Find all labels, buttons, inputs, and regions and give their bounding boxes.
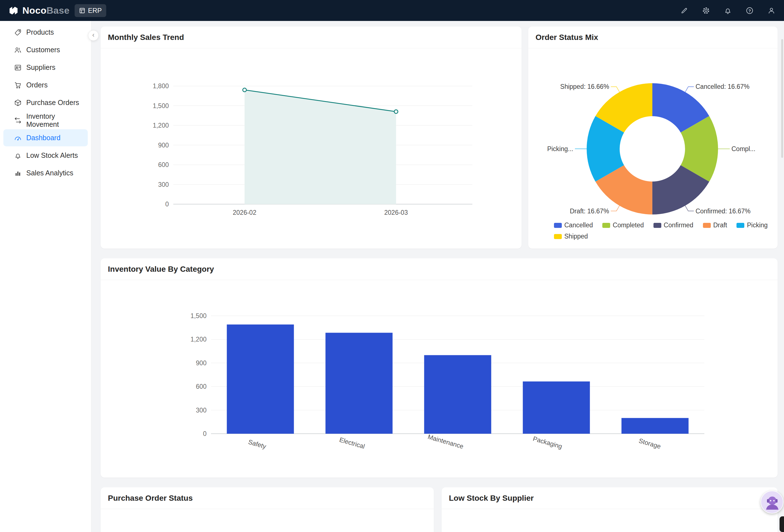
card-title-purchase-order-status: Purchase Order Status — [108, 494, 193, 503]
purchase-order-status-chart — [101, 509, 434, 532]
sidebar-item-dashboard[interactable]: Dashboard — [3, 129, 88, 146]
sidebar-item-customers[interactable]: Customers — [3, 41, 88, 58]
legend-marker — [602, 223, 610, 228]
card-order-status-mix: Order Status Mix Cancelled: 16.67%Compl.… — [528, 27, 778, 248]
legend-marker — [736, 223, 744, 228]
legend-label: Completed — [613, 221, 644, 229]
svg-text:Packaging: Packaging — [532, 435, 563, 450]
card-header: Inventory Value By Category — [101, 258, 778, 280]
legend-item-cancelled[interactable]: Cancelled — [554, 221, 593, 229]
svg-text:1,200: 1,200 — [152, 122, 169, 129]
legend-label: Draft — [713, 221, 727, 229]
workspace-tab-label: ERP — [88, 7, 102, 14]
svg-text:1,500: 1,500 — [190, 312, 206, 320]
svg-text:2026-02: 2026-02 — [233, 209, 256, 216]
svg-text:Confirmed: 16.67%: Confirmed: 16.67% — [695, 207, 751, 215]
bell-icon — [14, 152, 22, 159]
svg-text:Cancelled: 16.67%: Cancelled: 16.67% — [696, 83, 750, 90]
sidebar-item-label: Sales Analytics — [26, 169, 73, 177]
svg-text:Picking...: Picking... — [547, 145, 573, 152]
legend-label: Shipped — [564, 233, 588, 240]
brand-text: NocoBase — [22, 5, 69, 16]
legend-row: Shipped — [554, 233, 778, 240]
svg-text:900: 900 — [158, 142, 169, 149]
user-profile-icon[interactable] — [767, 6, 776, 15]
legend-marker — [653, 223, 661, 228]
legend-item-completed[interactable]: Completed — [602, 221, 644, 229]
help-icon[interactable]: ? — [746, 6, 754, 15]
app-header: NocoBase ERP — [0, 0, 784, 21]
legend-label: Cancelled — [564, 221, 593, 229]
sidebar-item-label: Dashboard — [26, 134, 60, 142]
corner-popup-edge — [780, 516, 784, 532]
legend-marker — [554, 223, 562, 228]
card-title-order-status-mix: Order Status Mix — [535, 33, 598, 42]
legend-item-picking[interactable]: Picking — [736, 221, 767, 229]
workspace-icon — [79, 7, 85, 14]
svg-text:0: 0 — [165, 201, 169, 208]
card-title-low-stock-by-supplier: Low Stock By Supplier — [449, 494, 534, 503]
card-monthly-sales-trend: Monthly Sales Trend 03006009001,2001,500… — [101, 27, 522, 248]
bar-chart-icon — [14, 169, 22, 177]
svg-text:2026-03: 2026-03 — [384, 209, 408, 216]
legend-marker — [554, 234, 562, 239]
sidebar-item-label: Orders — [26, 81, 48, 89]
sidebar-item-label: Customers — [26, 46, 60, 54]
svg-text:Maintenance: Maintenance — [427, 433, 465, 450]
nocobase-logo-icon — [8, 5, 19, 16]
tag-icon — [14, 28, 22, 36]
svg-text:Shipped: 16.66%: Shipped: 16.66% — [560, 83, 609, 90]
dashboard-main: Monthly Sales Trend 03006009001,2001,500… — [92, 21, 784, 532]
nocobase-logo[interactable]: NocoBase — [0, 5, 75, 16]
ui-editor-pen-icon[interactable] — [680, 6, 689, 15]
sidebar-item-inventory-movement[interactable]: Inventory Movement — [3, 112, 88, 129]
header-actions: ? — [680, 6, 784, 15]
cart-icon — [14, 81, 22, 89]
svg-text:900: 900 — [196, 359, 206, 367]
sidebar-item-products[interactable]: Products — [3, 24, 88, 41]
sidebar-item-label: Products — [26, 28, 54, 36]
sidebar-item-suppliers[interactable]: Suppliers — [3, 59, 88, 76]
svg-text:600: 600 — [196, 383, 206, 390]
box-icon — [14, 99, 22, 107]
card-header: Low Stock By Supplier — [442, 487, 778, 509]
svg-text:1,500: 1,500 — [152, 102, 169, 110]
legend-label: Picking — [747, 221, 767, 229]
sidebar-nav: Products Customers Suppliers — [0, 21, 91, 532]
svg-text:?: ? — [748, 8, 751, 13]
svg-text:Compl...: Compl... — [731, 145, 755, 152]
card-title-inventory-value: Inventory Value By Category — [108, 265, 214, 274]
settings-gear-icon[interactable] — [702, 6, 710, 15]
sidebar-collapse-button[interactable]: ‹ — [88, 30, 99, 41]
legend-label: Confirmed — [664, 221, 694, 229]
inventory-value-chart: 03006009001,2001,500SafetyElectricalMain… — [101, 280, 778, 477]
svg-text:600: 600 — [158, 161, 169, 168]
legend-item-shipped[interactable]: Shipped — [554, 233, 588, 240]
sidebar-item-label: Inventory Movement — [26, 112, 88, 128]
workspace-tab-erp[interactable]: ERP — [75, 4, 106, 17]
svg-text:300: 300 — [196, 407, 206, 414]
legend-item-confirmed[interactable]: Confirmed — [653, 221, 694, 229]
sidebar-item-low-stock-alerts[interactable]: Low Stock Alerts — [3, 147, 88, 164]
gauge-icon — [14, 134, 22, 142]
brand-secondary: Base — [47, 5, 69, 16]
svg-text:1,200: 1,200 — [190, 336, 206, 343]
page-scrollbar[interactable] — [781, 39, 783, 158]
card-header: Monthly Sales Trend — [101, 27, 522, 48]
order-status-mix-chart: Cancelled: 16.67%Compl...Confirmed: 16.6… — [528, 48, 778, 248]
card-title-monthly-sales-trend: Monthly Sales Trend — [108, 33, 184, 42]
card-header: Order Status Mix — [528, 27, 778, 48]
pie-legend: CancelledCompletedConfirmedDraftPickingS… — [554, 221, 778, 240]
sidebar-item-purchase-orders[interactable]: Purchase Orders — [3, 94, 88, 111]
notifications-bell-icon[interactable] — [724, 6, 732, 15]
brand-primary: Noco — [22, 5, 47, 16]
legend-item-draft[interactable]: Draft — [703, 221, 727, 229]
card-inventory-value-by-category: Inventory Value By Category 03006009001,… — [101, 258, 778, 477]
assistant-avatar-button[interactable] — [760, 491, 783, 513]
sidebar-item-sales-analytics[interactable]: Sales Analytics — [3, 165, 88, 181]
svg-text:Draft: 16.67%: Draft: 16.67% — [570, 207, 609, 215]
monthly-sales-trend-chart: 03006009001,2001,5001,8002026-022026-03 — [101, 48, 522, 248]
card-header: Purchase Order Status — [101, 487, 434, 509]
sidebar-item-orders[interactable]: Orders — [3, 77, 88, 93]
svg-text:1,800: 1,800 — [152, 82, 169, 90]
